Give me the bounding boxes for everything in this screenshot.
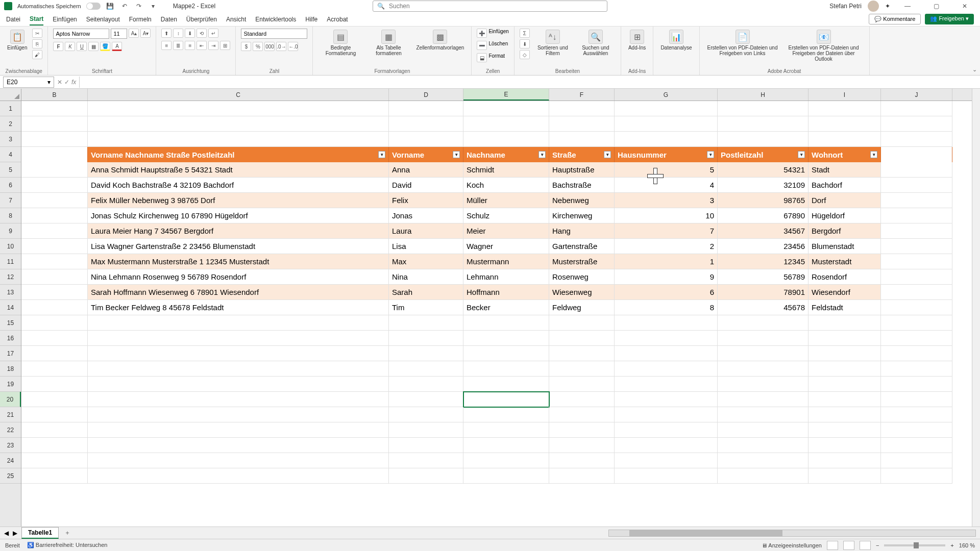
font-color-icon[interactable]: A	[112, 42, 122, 51]
row-header-12[interactable]: 12	[0, 269, 21, 285]
table-header-cell[interactable]: Postleitzahl▾	[718, 147, 808, 162]
row-header-11[interactable]: 11	[0, 254, 21, 269]
minimize-button[interactable]: —	[896, 0, 919, 12]
cell[interactable]	[549, 116, 615, 132]
cell[interactable]: 78901	[718, 285, 808, 300]
page-break-view-button[interactable]	[860, 541, 871, 550]
next-sheet-icon[interactable]: ▶	[13, 530, 17, 537]
cell[interactable]: 23456	[718, 239, 808, 254]
cell[interactable]	[21, 422, 88, 438]
filter-dropdown-icon[interactable]: ▾	[378, 151, 385, 158]
align-right-icon[interactable]: ≡	[185, 41, 195, 50]
filter-dropdown-icon[interactable]: ▾	[604, 151, 611, 158]
col-header-I[interactable]: I	[808, 89, 881, 101]
cell[interactable]: Feldweg	[549, 300, 615, 315]
format-painter-icon[interactable]: 🖌	[32, 50, 42, 59]
cell[interactable]	[88, 346, 389, 361]
cell[interactable]: Schmidt	[463, 162, 549, 178]
cell[interactable]	[21, 377, 88, 392]
cell[interactable]	[718, 331, 808, 346]
cell[interactable]	[88, 116, 389, 132]
font-size-select[interactable]: 11	[111, 29, 127, 39]
cell[interactable]: Hügeldorf	[808, 208, 881, 223]
cell[interactable]	[21, 269, 88, 285]
cell[interactable]: Wagner	[463, 239, 549, 254]
cell[interactable]	[881, 377, 952, 392]
increase-font-icon[interactable]: A▴	[129, 29, 139, 38]
cell[interactable]: Hoffmann	[463, 285, 549, 300]
cell[interactable]	[549, 331, 615, 346]
cell[interactable]: 34567	[718, 223, 808, 239]
cell[interactable]	[718, 468, 808, 484]
row-header-2[interactable]: 2	[0, 116, 21, 132]
cell[interactable]: Nina Lehmann Rosenweg 9 56789 Rosendorf	[88, 269, 389, 285]
display-settings-button[interactable]: 🖥 Anzeigeeinstellungen	[762, 542, 822, 548]
cell[interactable]	[389, 346, 463, 361]
cell[interactable]	[881, 116, 952, 132]
cell[interactable]: 45678	[718, 300, 808, 315]
cell[interactable]	[615, 331, 718, 346]
number-format-select[interactable]: Standard	[241, 29, 307, 39]
cell[interactable]: Müller	[463, 193, 549, 208]
cell[interactable]	[21, 453, 88, 468]
comments-button[interactable]: 💬 Kommentare	[869, 14, 921, 24]
cell[interactable]: 3	[615, 193, 718, 208]
cell[interactable]	[808, 101, 881, 116]
col-header-C[interactable]: C	[88, 89, 389, 101]
cell-styles-button[interactable]: ▩Zellenformatvorlagen	[414, 29, 466, 52]
sort-filter-button[interactable]: ᴬ↓Sortieren und Filtern	[533, 29, 573, 57]
row-header-24[interactable]: 24	[0, 453, 21, 468]
orientation-icon[interactable]: ⟲	[197, 29, 207, 38]
cell[interactable]	[21, 315, 88, 331]
tab-layout[interactable]: Seitenlayout	[86, 14, 120, 25]
cell[interactable]	[549, 407, 615, 422]
close-button[interactable]: ✕	[953, 0, 976, 12]
zoom-level[interactable]: 160 %	[959, 542, 975, 548]
cell[interactable]: Tim Becker Feldweg 8 45678 Feldstadt	[88, 300, 389, 315]
cell[interactable]	[615, 377, 718, 392]
align-left-icon[interactable]: ≡	[161, 41, 172, 50]
row-header-1[interactable]: 1	[0, 101, 21, 116]
cell[interactable]	[808, 346, 881, 361]
cell[interactable]	[21, 208, 88, 223]
table-header-cell[interactable]: Wohnort▾	[808, 147, 881, 162]
copy-icon[interactable]: ⎘	[32, 39, 42, 48]
cell[interactable]: Felix	[389, 193, 463, 208]
cell[interactable]: David	[389, 178, 463, 193]
col-header-F[interactable]: F	[549, 89, 615, 101]
cell[interactable]	[615, 346, 718, 361]
cell[interactable]	[718, 407, 808, 422]
zoom-in-button[interactable]: +	[950, 542, 953, 548]
row-header-22[interactable]: 22	[0, 422, 21, 438]
row-header-16[interactable]: 16	[0, 331, 21, 346]
cell[interactable]	[88, 422, 389, 438]
cell[interactable]	[463, 392, 549, 407]
cell[interactable]	[881, 453, 952, 468]
row-header-9[interactable]: 9	[0, 223, 21, 239]
cell[interactable]	[463, 331, 549, 346]
cell[interactable]	[21, 392, 88, 407]
cell[interactable]: Sarah Hoffmann Wiesenweg 6 78901 Wiesend…	[88, 285, 389, 300]
cell[interactable]	[718, 101, 808, 116]
cell[interactable]	[389, 392, 463, 407]
cell[interactable]	[615, 116, 718, 132]
tab-review[interactable]: Überprüfen	[186, 14, 217, 25]
cell[interactable]: Bachstraße	[549, 178, 615, 193]
cell[interactable]: Nina	[389, 269, 463, 285]
vertical-scrollbar[interactable]	[972, 89, 980, 527]
cell[interactable]	[808, 422, 881, 438]
cell[interactable]	[615, 453, 718, 468]
cell[interactable]	[21, 407, 88, 422]
cell[interactable]: Anna	[389, 162, 463, 178]
save-icon[interactable]: 💾	[106, 2, 115, 11]
cell[interactable]	[881, 438, 952, 453]
cell[interactable]: 12345	[718, 254, 808, 269]
cell[interactable]	[881, 132, 952, 147]
cell[interactable]: Hang	[549, 223, 615, 239]
cell[interactable]	[549, 346, 615, 361]
add-sheet-button[interactable]: ＋	[63, 529, 72, 538]
comma-icon[interactable]: 000	[264, 42, 275, 51]
cell[interactable]	[21, 285, 88, 300]
cell[interactable]: Lisa Wagner Gartenstraße 2 23456 Blumens…	[88, 239, 389, 254]
cell[interactable]	[881, 300, 952, 315]
